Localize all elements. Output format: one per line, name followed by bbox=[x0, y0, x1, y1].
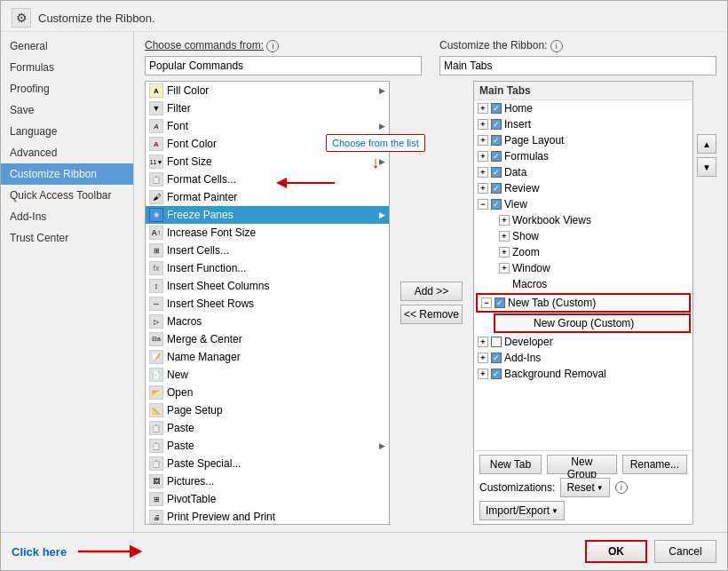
sidebar-item-advanced[interactable]: Advanced bbox=[1, 142, 133, 163]
expander-bg-removal[interactable]: + bbox=[478, 369, 488, 379]
arrow-icon: ▶ bbox=[379, 210, 385, 219]
move-down-button[interactable]: ▼ bbox=[697, 157, 716, 177]
expander-zoom[interactable]: + bbox=[499, 247, 510, 258]
expander-window[interactable]: + bbox=[499, 263, 510, 274]
checkbox-bg-removal[interactable]: ✓ bbox=[491, 369, 502, 379]
sidebar-item-general[interactable]: General bbox=[1, 36, 133, 57]
new-group-button[interactable]: New Group bbox=[547, 455, 617, 474]
tree-item-show[interactable]: + Show bbox=[474, 228, 692, 244]
tree-item-insert[interactable]: + ✓ Insert bbox=[474, 116, 692, 132]
tree-label: Window bbox=[512, 262, 550, 274]
sidebar-item-proofing[interactable]: Proofing bbox=[1, 78, 133, 99]
checkbox-data[interactable]: ✓ bbox=[491, 167, 502, 178]
expander-addins[interactable]: + bbox=[478, 353, 488, 363]
list-item-format-cells[interactable]: 📋 Format Cells... bbox=[146, 171, 389, 188]
sidebar-item-addins[interactable]: Add-Ins bbox=[1, 206, 133, 227]
tree-item-new-group[interactable]: New Group (Custom) bbox=[494, 313, 691, 333]
tree-item-zoom[interactable]: + Zoom bbox=[474, 244, 692, 260]
move-up-button[interactable]: ▲ bbox=[697, 134, 716, 154]
tree-item-home[interactable]: + ✓ Home bbox=[474, 100, 692, 116]
expander-formulas[interactable]: + bbox=[478, 151, 488, 162]
arrow-icon: ▶ bbox=[379, 86, 385, 95]
sidebar-item-formulas[interactable]: Formulas bbox=[1, 57, 133, 78]
tree-item-view[interactable]: − ✓ View bbox=[474, 196, 692, 212]
sidebar-item-language[interactable]: Language bbox=[1, 121, 133, 142]
list-item-new[interactable]: 📄 New bbox=[146, 366, 389, 384]
expander-pagelayout[interactable]: + bbox=[478, 135, 488, 146]
remove-button[interactable]: << Remove bbox=[400, 305, 463, 324]
customize-ribbon-dropdown[interactable]: Main Tabs Tool Tabs All Tabs bbox=[439, 56, 716, 75]
expander-new-tab[interactable]: − bbox=[481, 297, 492, 308]
right-info-icon[interactable]: i bbox=[550, 40, 563, 52]
list-item-paste2[interactable]: 📋 Paste ▶ bbox=[146, 437, 389, 455]
tree-item-window[interactable]: + Window bbox=[474, 260, 692, 276]
sidebar-item-trust-center[interactable]: Trust Center bbox=[1, 227, 133, 249]
list-item-insert-columns[interactable]: ↕ Insert Sheet Columns bbox=[146, 277, 389, 295]
import-export-button[interactable]: Import/Export ▼ bbox=[479, 501, 565, 520]
list-item-fill-color[interactable]: A Fill Color ▶ bbox=[146, 82, 389, 99]
commands-from-dropdown[interactable]: Popular Commands All Commands Macros bbox=[145, 56, 422, 75]
tree-item-new-tab[interactable]: − ✓ New Tab (Custom) bbox=[476, 293, 691, 313]
checkbox-review[interactable]: ✓ bbox=[491, 183, 502, 194]
item-label: Paste bbox=[167, 440, 376, 452]
reset-info-icon[interactable]: i bbox=[615, 481, 628, 494]
list-item-macros[interactable]: ▷ Macros bbox=[146, 313, 389, 330]
tree-item-developer[interactable]: + Developer bbox=[474, 334, 692, 350]
import-export-dropdown-icon[interactable]: ▼ bbox=[551, 507, 558, 515]
checkbox-insert[interactable]: ✓ bbox=[491, 119, 502, 130]
expander-workbook-views[interactable]: + bbox=[499, 215, 510, 226]
add-button[interactable]: Add >> bbox=[400, 282, 463, 301]
list-item-print-preview[interactable]: 🖨 Print Preview and Print bbox=[146, 508, 389, 524]
left-info-icon[interactable]: i bbox=[266, 40, 279, 52]
tree-item-review[interactable]: + ✓ Review bbox=[474, 180, 692, 196]
list-item-insert-rows[interactable]: ↔ Insert Sheet Rows bbox=[146, 295, 389, 313]
list-item-page-setup[interactable]: 📐 Page Setup bbox=[146, 401, 389, 419]
expander-home[interactable]: + bbox=[478, 103, 488, 114]
rename-button[interactable]: Rename... bbox=[622, 455, 687, 474]
list-item-increase-font[interactable]: A↑ Increase Font Size bbox=[146, 224, 389, 242]
expander-review[interactable]: + bbox=[478, 183, 488, 194]
checkbox-developer[interactable] bbox=[491, 337, 502, 347]
sidebar-item-save[interactable]: Save bbox=[1, 99, 133, 121]
list-item-font[interactable]: A Font ▶ bbox=[146, 117, 389, 135]
list-item-filter[interactable]: ▼ Filter bbox=[146, 99, 389, 117]
tree-item-formulas[interactable]: + ✓ Formulas bbox=[474, 148, 692, 164]
expander-insert[interactable]: + bbox=[478, 119, 488, 130]
tree-item-addins[interactable]: + ✓ Add-Ins bbox=[474, 350, 692, 366]
ok-button[interactable]: OK bbox=[585, 540, 647, 563]
list-item-insert-cells[interactable]: ⊞ Insert Cells... bbox=[146, 242, 389, 259]
tree-item-pagelayout[interactable]: + ✓ Page Layout bbox=[474, 132, 692, 148]
checkbox-pagelayout[interactable]: ✓ bbox=[491, 135, 502, 146]
checkbox-view[interactable]: ✓ bbox=[491, 199, 502, 210]
sidebar-item-quick-access[interactable]: Quick Access Toolbar bbox=[1, 185, 133, 206]
cancel-button[interactable]: Cancel bbox=[654, 540, 716, 563]
expander-show[interactable]: + bbox=[499, 231, 510, 242]
list-item-pictures[interactable]: 🖼 Pictures... bbox=[146, 472, 389, 490]
list-item-paste1[interactable]: 📋 Paste bbox=[146, 419, 389, 437]
checkbox-home[interactable]: ✓ bbox=[491, 103, 502, 114]
checkbox-formulas[interactable]: ✓ bbox=[491, 151, 502, 162]
list-item-freeze-panes[interactable]: ❄ Freeze Panes ▶ bbox=[146, 206, 389, 224]
list-item-name-manager[interactable]: 📝 Name Manager bbox=[146, 348, 389, 366]
tree-item-bg-removal[interactable]: + ✓ Background Removal bbox=[474, 366, 692, 382]
item-label: Insert Sheet Columns bbox=[167, 280, 385, 292]
checkbox-new-tab[interactable]: ✓ bbox=[495, 297, 505, 308]
sidebar-item-customize-ribbon[interactable]: Customize Ribbon bbox=[1, 163, 133, 185]
tree-item-data[interactable]: + ✓ Data bbox=[474, 164, 692, 180]
list-item-insert-function[interactable]: fx Insert Function... bbox=[146, 259, 389, 277]
expander-view[interactable]: − bbox=[478, 199, 488, 210]
reset-dropdown-icon[interactable]: ▼ bbox=[597, 484, 604, 492]
expander-data[interactable]: + bbox=[478, 167, 488, 178]
checkbox-addins[interactable]: ✓ bbox=[491, 353, 502, 363]
list-item-paste-special[interactable]: 📋 Paste Special... bbox=[146, 455, 389, 472]
list-item-format-painter[interactable]: 🖌 Format Painter bbox=[146, 188, 389, 206]
right-panel-list[interactable]: + ✓ Home + ✓ Insert bbox=[474, 100, 692, 450]
tree-item-macros-view[interactable]: Macros bbox=[474, 276, 692, 292]
new-tab-button[interactable]: New Tab bbox=[479, 455, 542, 474]
tree-item-workbook-views[interactable]: + Workbook Views bbox=[474, 212, 692, 228]
list-item-merge-center[interactable]: ⊟a Merge & Center bbox=[146, 330, 389, 348]
list-item-open[interactable]: 📂 Open bbox=[146, 384, 389, 401]
expander-developer[interactable]: + bbox=[478, 337, 488, 347]
reset-button[interactable]: Reset ▼ bbox=[560, 478, 609, 497]
list-item-pivot[interactable]: ⊞ PivotTable bbox=[146, 490, 389, 508]
